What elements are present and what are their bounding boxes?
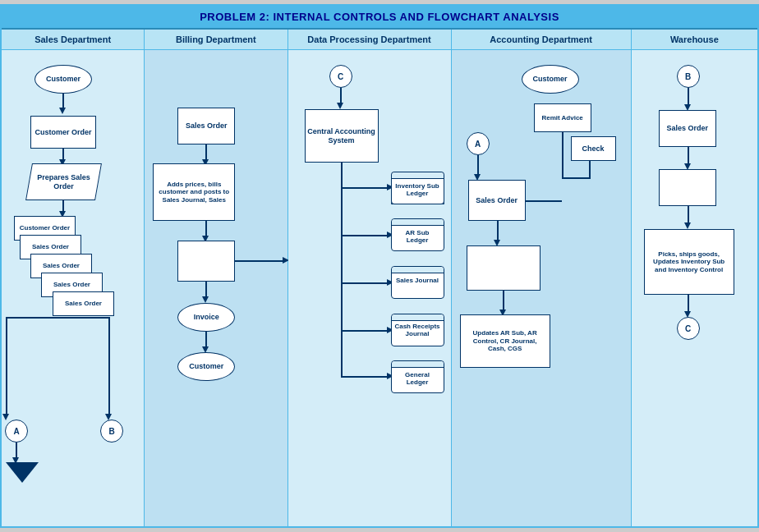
col-data: Data Processing Department bbox=[288, 30, 452, 49]
acct-updates: Updates AR Sub, AR Control, CR Journal, … bbox=[460, 314, 550, 368]
lane-billing: Sales Order Adds prices, bills customer … bbox=[145, 50, 288, 526]
sales-prepares: Prepares Sales Order bbox=[25, 163, 102, 200]
wh-process-rect bbox=[659, 169, 716, 206]
data-cash-receipts: Cash Receipts Journal bbox=[391, 314, 444, 346]
billing-sales-order: Sales Order bbox=[177, 108, 235, 144]
wh-circle-b: B bbox=[677, 65, 700, 88]
sales-circle-b: B bbox=[100, 420, 123, 443]
lane-data: C Central Accounting System bbox=[288, 50, 452, 526]
billing-customer: Customer bbox=[177, 352, 235, 381]
col-billing: Billing Department bbox=[145, 30, 288, 49]
col-accounting: Accounting Department bbox=[452, 30, 632, 49]
acct-circle-a: A bbox=[467, 132, 490, 155]
sales-customer-oval: Customer bbox=[34, 65, 92, 94]
title-text: Problem 2: Internal Controls and Flowcha… bbox=[200, 11, 559, 23]
title-bar: Problem 2: Internal Controls and Flowcha… bbox=[2, 6, 757, 30]
billing-invoice: Invoice bbox=[177, 303, 235, 332]
acct-process-rect bbox=[467, 245, 540, 291]
acct-check: Check bbox=[571, 136, 616, 161]
data-sales-journal: Sales Journal bbox=[391, 266, 444, 299]
data-general-ledger: General Ledger bbox=[391, 360, 444, 393]
sales-customer-order: Customer Order bbox=[30, 116, 96, 149]
wh-circle-c: C bbox=[677, 317, 700, 340]
wh-picks-note: Picks, ships goods, Updates Inventory Su… bbox=[644, 229, 734, 295]
acct-remit-advice: Remit Advice bbox=[534, 103, 591, 132]
flowchart-area: Customer Customer Order Prepares Sales O… bbox=[2, 50, 757, 526]
col-sales: Sales Department bbox=[2, 30, 145, 49]
lane-sales: Customer Customer Order Prepares Sales O… bbox=[2, 50, 145, 526]
wh-sales-order: Sales Order bbox=[659, 110, 716, 147]
columns-header: Sales Department Billing Department Data… bbox=[2, 30, 757, 50]
acct-customer: Customer bbox=[522, 65, 579, 94]
data-inventory: Inventory Sub Ledger bbox=[391, 172, 444, 204]
sales-circle-a: A bbox=[5, 420, 28, 443]
sales-stacked-so4: Sales Order bbox=[53, 291, 114, 316]
billing-output-rect bbox=[177, 241, 235, 282]
billing-note: Adds prices, bills customer and posts to… bbox=[153, 163, 235, 221]
sales-triangle bbox=[6, 462, 39, 483]
main-container: Problem 2: Internal Controls and Flowcha… bbox=[0, 4, 759, 528]
data-ar: AR Sub Ledger bbox=[391, 218, 444, 251]
col-warehouse: Warehouse bbox=[632, 30, 757, 49]
lane-accounting: Customer A Remit Advice Check bbox=[452, 50, 632, 526]
data-central: Central Accounting System bbox=[305, 109, 379, 163]
acct-sales-order: Sales Order bbox=[468, 180, 526, 221]
data-circle-c: C bbox=[329, 65, 352, 88]
lane-warehouse: B Sales Order Pi bbox=[632, 50, 757, 526]
